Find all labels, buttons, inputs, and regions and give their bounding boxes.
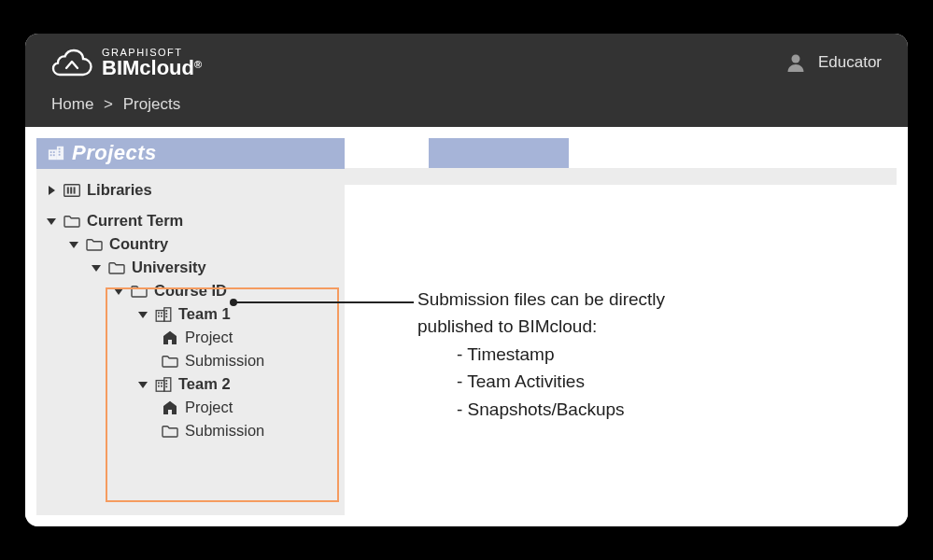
tree-item-current-term[interactable]: Current Term: [46, 209, 337, 232]
svg-rect-36: [161, 385, 163, 386]
logo-text: GRAPHISOFT BIMcloud®: [102, 48, 202, 78]
svg-marker-17: [92, 265, 101, 272]
caret-down-icon[interactable]: [46, 216, 57, 227]
svg-rect-4: [53, 151, 55, 153]
annotation-bullet: - Timestamp: [417, 341, 665, 368]
main-content: Projects Libraries: [25, 127, 908, 526]
folder-icon: [86, 236, 103, 253]
svg-rect-31: [156, 380, 164, 391]
right-tabs-row: [345, 138, 897, 168]
user-avatar-icon: [785, 51, 807, 74]
annotation-bullet: - Snapshots/Backups: [417, 396, 665, 423]
svg-rect-28: [165, 315, 167, 317]
tree-item-team1-project[interactable]: Project: [46, 326, 337, 349]
svg-marker-40: [163, 400, 177, 413]
right-subbar: [345, 168, 897, 185]
tree-label: Project: [185, 399, 233, 416]
panel-title: Projects: [72, 141, 157, 165]
svg-rect-13: [70, 187, 72, 193]
tree-label: Submission: [185, 422, 264, 440]
tab-active[interactable]: [429, 138, 569, 168]
svg-marker-15: [47, 218, 56, 225]
svg-rect-20: [156, 310, 164, 321]
caret-right-icon[interactable]: [46, 185, 57, 196]
svg-marker-10: [49, 186, 55, 195]
tree-item-country[interactable]: Country: [46, 232, 337, 256]
svg-rect-21: [164, 307, 171, 320]
svg-rect-35: [158, 385, 160, 386]
svg-point-0: [791, 55, 799, 63]
panel-title-bar: Projects: [36, 138, 345, 169]
breadcrumb-home[interactable]: Home: [51, 95, 93, 113]
svg-marker-16: [69, 242, 78, 248]
breadcrumb-separator: >: [98, 95, 119, 113]
caret-down-icon[interactable]: [137, 309, 148, 320]
tree-item-libraries[interactable]: Libraries: [46, 178, 337, 202]
annotation-line: Submission files can be directly: [417, 286, 665, 313]
sidebar: Projects Libraries: [36, 138, 345, 515]
tree-label: Team 1: [178, 305, 231, 323]
caret-down-icon[interactable]: [91, 262, 102, 273]
svg-rect-33: [158, 382, 160, 384]
annotation-bullet: - Team Activities: [417, 368, 665, 395]
tree-label: Current Term: [87, 212, 183, 230]
svg-rect-38: [165, 383, 167, 385]
tree-item-team2-project[interactable]: Project: [46, 396, 337, 419]
app-header: GRAPHISOFT BIMcloud® Educator Home > Pro…: [25, 34, 908, 127]
tree-label: Libraries: [87, 181, 152, 199]
user-role-label: Educator: [818, 53, 882, 72]
library-icon: [64, 182, 80, 199]
svg-rect-6: [53, 154, 55, 156]
svg-rect-37: [165, 380, 167, 382]
tree-item-university[interactable]: University: [46, 256, 337, 279]
annotation-line: published to BIMcloud:: [417, 313, 665, 340]
svg-rect-24: [158, 315, 160, 316]
svg-rect-14: [74, 187, 76, 193]
project-icon: [162, 329, 178, 346]
tree-label: Project: [185, 329, 233, 346]
breadcrumb-current[interactable]: Projects: [123, 95, 180, 113]
svg-marker-19: [138, 312, 148, 318]
svg-rect-9: [59, 154, 61, 156]
svg-rect-3: [50, 151, 52, 153]
svg-marker-18: [114, 288, 123, 295]
tree-item-team-2[interactable]: Team 2: [46, 372, 337, 396]
logo[interactable]: GRAPHISOFT BIMcloud®: [51, 48, 202, 78]
cloud-icon: [51, 49, 92, 77]
svg-rect-8: [59, 151, 61, 153]
projects-panel-icon: [48, 145, 64, 161]
building-icon: [155, 306, 172, 323]
svg-marker-29: [163, 330, 177, 343]
header-top-row: GRAPHISOFT BIMcloud® Educator: [25, 34, 908, 91]
folder-icon: [108, 259, 125, 276]
tree: Libraries Current Term: [36, 169, 345, 461]
tree-label: Team 2: [178, 375, 231, 393]
tree-item-course-id[interactable]: Course ID: [46, 279, 337, 302]
user-menu[interactable]: Educator: [785, 51, 882, 74]
tree-item-team2-submission[interactable]: Submission: [46, 419, 337, 442]
tree-label: Country: [109, 235, 168, 253]
svg-rect-23: [161, 312, 163, 314]
tree-label: University: [132, 259, 206, 276]
building-icon: [155, 376, 172, 393]
tree-item-team1-submission[interactable]: Submission: [46, 349, 337, 372]
caret-down-icon[interactable]: [68, 239, 79, 250]
tree-label: Submission: [185, 352, 264, 370]
svg-rect-32: [164, 377, 171, 390]
svg-rect-26: [165, 310, 167, 312]
tree-label: Course ID: [154, 282, 227, 300]
annotation-text: Submission files can be directly publish…: [417, 286, 665, 423]
svg-rect-39: [165, 385, 167, 387]
svg-rect-27: [165, 313, 167, 315]
svg-rect-34: [161, 382, 163, 384]
folder-icon: [131, 283, 148, 300]
svg-rect-7: [59, 148, 61, 150]
caret-down-icon[interactable]: [137, 379, 148, 390]
folder-icon: [162, 423, 178, 440]
breadcrumb: Home > Projects: [25, 91, 908, 127]
tree-item-team-1[interactable]: Team 1: [46, 302, 337, 326]
folder-icon: [162, 353, 178, 370]
folder-icon: [64, 213, 80, 230]
svg-rect-12: [67, 187, 69, 193]
caret-down-icon[interactable]: [113, 286, 124, 297]
